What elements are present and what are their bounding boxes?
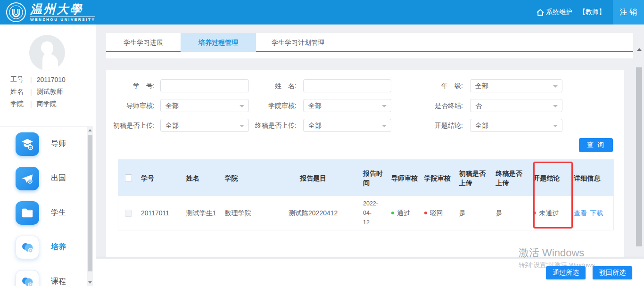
proposal-result-select[interactable]: 全部 — [470, 119, 562, 132]
proposal-result-select-value: 全部 — [475, 122, 488, 129]
filter-label-student-id: 学 号: — [110, 79, 155, 92]
cell-college: 数理学院 — [222, 196, 265, 230]
download-link[interactable]: 下载 — [590, 208, 603, 218]
cell-name: 测试学生1 — [183, 196, 222, 230]
system-maintenance-label: 系统维护 — [546, 8, 572, 16]
terminated-select[interactable]: 否 — [470, 99, 562, 112]
sidebar-item-mentor[interactable]: 导师 — [0, 127, 87, 161]
reject-selected-button[interactable]: 驳回所选 — [593, 266, 632, 279]
column-header-proposal-result: 开题结论 — [530, 160, 571, 196]
column-header-name: 姓名 — [183, 160, 222, 196]
main-scrollbar-thumb[interactable] — [636, 67, 642, 246]
profile-label: 学院 — [10, 100, 25, 108]
filter-label-draft-uploaded: 初稿是否上传: — [110, 119, 155, 132]
status-dot-reject — [424, 212, 427, 214]
draft-uploaded-select[interactable]: 全部 — [160, 119, 249, 132]
column-header-draft-uploaded: 初稿是否上传 — [457, 160, 494, 196]
chevron-down-icon — [553, 85, 558, 88]
draft-uploaded-select-value: 全部 — [165, 122, 179, 129]
sidebar-item-cultivate[interactable]: 培养 — [0, 230, 87, 264]
profile-value: 20117010 — [37, 76, 66, 83]
query-button[interactable]: 查 询 — [579, 138, 613, 152]
content-card: 学 号: 姓 名: 年 级: 全部 导师审核: 全部 学院审核: 全部 是否终结… — [106, 70, 624, 257]
brand-english: WENZHOU UNIVERSITY — [30, 16, 95, 22]
table-header-row: 学号 姓名 学院 报告题目 报告时间 导师审核 学院审核 初稿是否上传 终稿是否… — [118, 160, 613, 196]
student-id-input[interactable] — [160, 79, 249, 92]
status-dot-pass — [391, 212, 394, 214]
tab-study-progress[interactable]: 学生学习进展 — [106, 33, 181, 52]
column-header-college: 学院 — [222, 160, 265, 196]
course-icon — [16, 270, 39, 286]
terminated-select-value: 否 — [475, 102, 482, 109]
college-review-select[interactable]: 全部 — [303, 99, 391, 112]
cell-college-review: 驳回 — [421, 196, 457, 230]
profile-info: 工号 | 20117010 姓名 | 测试教师 学院 | 商学院 — [10, 74, 66, 110]
column-header-college-review: 学院审核 — [421, 160, 457, 196]
sidebar-item-label: 学生 — [51, 208, 66, 218]
chevron-down-icon — [553, 125, 558, 127]
table-row: 20117011 测试学生1 数理学院 测试陈20220412 2022-04-… — [118, 196, 613, 230]
results-table: 学号 姓名 学院 报告题目 报告时间 导师审核 学院审核 初稿是否上传 终稿是否… — [118, 159, 614, 230]
page: 温州大學 WENZHOU UNIVERSITY 系统维护 【教师】 注 销 — [0, 0, 644, 286]
sidebar-item-abroad[interactable]: 出国 — [0, 161, 87, 196]
sidebar-scrollbar-thumb[interactable] — [88, 135, 92, 271]
scroll-up-icon[interactable] — [88, 129, 92, 131]
final-uploaded-select[interactable]: 全部 — [303, 119, 391, 132]
filter-label-final-uploaded: 终稿是否上传: — [252, 119, 297, 132]
logout-button[interactable]: 注 销 — [613, 0, 644, 25]
college-review-status: 驳回 — [430, 208, 443, 218]
cultivate-icon — [16, 236, 39, 259]
cell-details: 查看 下载 — [571, 196, 613, 230]
role-label: 【教师】 — [579, 8, 605, 16]
approve-selected-button[interactable]: 通过所选 — [546, 266, 586, 279]
name-input[interactable] — [303, 79, 391, 92]
chevron-down-icon — [382, 105, 387, 107]
cell-draft-uploaded: 是 — [457, 196, 494, 230]
tabs-row: 学生学习进展 培养过程管理 学生学习计划管理 — [106, 33, 633, 52]
mentor-icon — [16, 132, 39, 156]
tutor-review-status: 通过 — [397, 208, 410, 218]
row-checkbox[interactable] — [125, 210, 132, 217]
sidebar-scrollbar[interactable] — [87, 126, 93, 286]
profile-separator: | — [30, 76, 32, 83]
system-maintenance-link[interactable]: 系统维护 — [537, 8, 572, 16]
main-scroll-up-icon[interactable] — [637, 48, 642, 51]
sidebar-item-label: 培养 — [51, 242, 66, 252]
profile-value: 商学院 — [37, 100, 57, 108]
sidebar-item-label: 出国 — [51, 173, 66, 183]
tab-cultivation-process[interactable]: 培养过程管理 — [181, 33, 256, 52]
cell-tutor-review: 通过 — [388, 196, 421, 230]
column-header-tutor-review: 导师审核 — [388, 160, 421, 196]
avatar — [29, 35, 65, 71]
chevron-down-icon — [239, 125, 244, 127]
report-time-line2: 12 — [363, 218, 387, 227]
column-header-report-time: 报告时间 — [360, 160, 388, 196]
tutor-review-select-value: 全部 — [165, 102, 179, 109]
sidebar-item-course[interactable]: 课程 — [0, 264, 87, 286]
cell-final-uploaded: 是 — [494, 196, 530, 230]
scroll-down-icon[interactable] — [88, 281, 92, 284]
report-time-line1: 2022-04- — [363, 199, 387, 218]
profile-label: 姓名 — [10, 88, 25, 96]
filter-label-name: 姓 名: — [252, 79, 297, 92]
profile-separator: | — [30, 100, 32, 108]
grade-select-value: 全部 — [475, 82, 488, 90]
sidebar-item-student[interactable]: 学生 — [0, 196, 87, 230]
proposal-result-status: 未通过 — [539, 208, 559, 218]
column-header-details: 详细信息 — [571, 160, 613, 196]
profile-row-name: 姓名 | 测试教师 — [10, 86, 66, 98]
column-header-report-title: 报告题目 — [265, 160, 360, 196]
column-header-student-id: 学号 — [138, 160, 183, 196]
tutor-review-select[interactable]: 全部 — [160, 99, 249, 112]
tab-bar: 学生学习进展 培养过程管理 学生学习计划管理 — [106, 33, 633, 58]
cell-report-time: 2022-04- 12 — [360, 196, 388, 230]
brand-chinese: 温州大學 — [30, 3, 95, 16]
select-all-checkbox[interactable] — [125, 174, 132, 181]
tab-study-plan[interactable]: 学生学习计划管理 — [256, 33, 340, 52]
view-link[interactable]: 查看 — [574, 208, 587, 218]
sidebar-item-label: 课程 — [51, 277, 66, 286]
grade-select[interactable]: 全部 — [470, 79, 562, 92]
profile-row-employee-id: 工号 | 20117010 — [10, 74, 66, 86]
filter-label-college-review: 学院审核: — [252, 99, 297, 112]
filter-label-proposal-result: 开题结论: — [417, 119, 463, 132]
